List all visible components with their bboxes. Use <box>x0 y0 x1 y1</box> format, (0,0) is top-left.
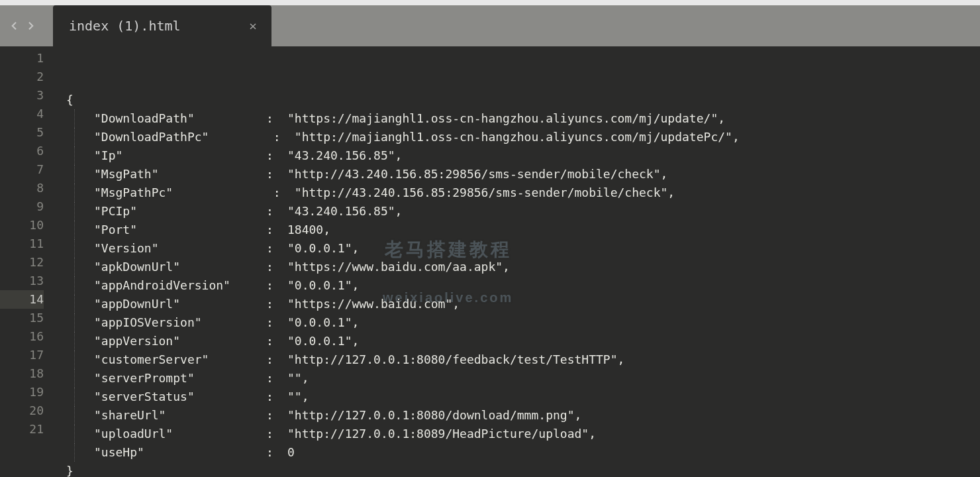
line-number: 6 <box>0 142 44 160</box>
nav-arrows <box>0 19 45 33</box>
line-number: 5 <box>0 123 44 142</box>
code-line: "uploadUrl" : "http://127.0.0.1:8089/Hea… <box>58 425 980 443</box>
code-line: "serverPrompt" : "", <box>58 369 980 388</box>
line-number: 7 <box>0 160 44 179</box>
code-line: "Ip" : "43.240.156.85", <box>58 146 980 165</box>
code-line: "shareUrl" : "http://127.0.0.1:8080/down… <box>58 406 980 425</box>
line-number: 8 <box>0 179 44 197</box>
code-area[interactable]: 老马搭建教程 weixiaolive.com {"DownloadPath" :… <box>58 46 980 477</box>
line-number: 1 <box>0 49 44 68</box>
code-line: "Port" : 18400, <box>58 221 980 239</box>
line-number: 14 <box>0 290 44 309</box>
code-line: "appIOSVersion" : "0.0.0.1", <box>58 313 980 332</box>
code-line: "DownloadPath" : "https://majianghl1.oss… <box>58 109 980 128</box>
code-line: "Version" : "0.0.0.1", <box>58 239 980 258</box>
code-line: "PCIp" : "43.240.156.85", <box>58 202 980 221</box>
window-titlebar <box>0 0 980 5</box>
tab-bar: index (1).html × <box>0 5 980 46</box>
line-number: 10 <box>0 216 44 235</box>
code-line: "serverStatus" : "", <box>58 388 980 406</box>
line-number: 17 <box>0 346 44 364</box>
code-line: "appVersion" : "0.0.0.1", <box>58 332 980 350</box>
line-number: 18 <box>0 364 44 383</box>
code-line: "MsgPath" : "http://43.240.156.85:29856/… <box>58 165 980 184</box>
code-line: "useHp" : 0 <box>58 443 980 462</box>
code-line: "appAndroidVersion" : "0.0.0.1", <box>58 276 980 295</box>
code-line: "appDownUrl" : "https://www.baidu.com", <box>58 295 980 313</box>
code-line: "MsgPathPc" : "http://43.240.156.85:2985… <box>58 184 980 202</box>
editor: 123456789101112131415161718192021 老马搭建教程… <box>0 46 980 477</box>
line-number: 11 <box>0 235 44 253</box>
nav-forward-icon[interactable] <box>24 19 38 33</box>
line-number: 15 <box>0 309 44 327</box>
close-icon[interactable]: × <box>246 15 260 36</box>
tab-title: index (1).html <box>69 18 181 34</box>
line-number: 3 <box>0 86 44 105</box>
line-number: 9 <box>0 197 44 216</box>
code-line: "DownloadPathPc" : "http://majianghl1.os… <box>58 128 980 146</box>
nav-back-icon[interactable] <box>7 19 21 33</box>
line-number: 16 <box>0 327 44 346</box>
line-number: 21 <box>0 420 44 439</box>
line-number-gutter[interactable]: 123456789101112131415161718192021 <box>0 46 58 477</box>
code-line: } <box>58 462 980 477</box>
file-tab[interactable]: index (1).html × <box>53 5 271 46</box>
line-number: 19 <box>0 383 44 401</box>
line-number: 12 <box>0 253 44 272</box>
line-number: 2 <box>0 68 44 86</box>
code-line: { <box>58 91 980 109</box>
line-number: 13 <box>0 272 44 290</box>
code-line: "apkDownUrl" : "https://www.baidu.com/aa… <box>58 258 980 276</box>
line-number: 20 <box>0 401 44 420</box>
line-number: 4 <box>0 105 44 123</box>
code-line: "customerServer" : "http://127.0.0.1:808… <box>58 350 980 369</box>
